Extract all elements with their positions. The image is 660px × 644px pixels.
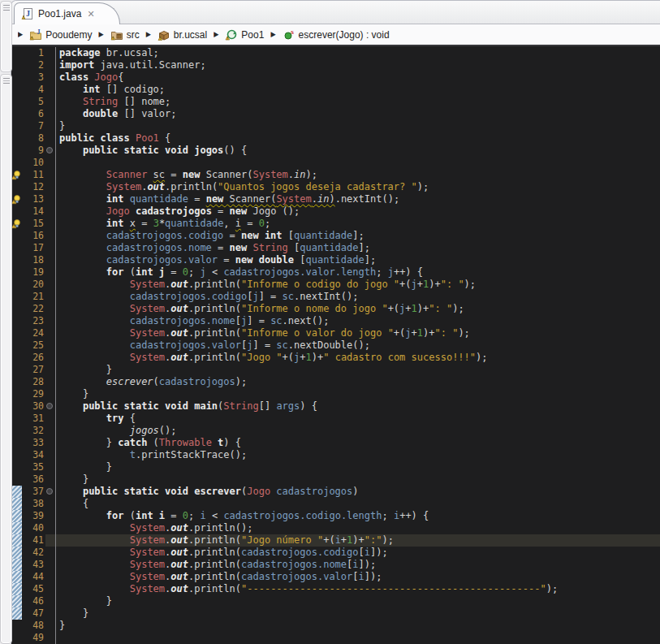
- annotation-ruler-cell[interactable]: [11, 327, 22, 339]
- code-line[interactable]: System.out.println("Informe o valor do j…: [56, 327, 660, 339]
- code-line[interactable]: double [] valor;: [56, 108, 660, 120]
- code-line[interactable]: }: [56, 473, 660, 486]
- line-number[interactable]: 13: [22, 193, 45, 205]
- breadcrumb-item-src[interactable]: ! src: [109, 28, 141, 42]
- line-number[interactable]: 8: [22, 132, 45, 145]
- annotation-ruler-cell[interactable]: [11, 449, 22, 461]
- line-number[interactable]: 29: [22, 388, 45, 400]
- annotation-ruler-cell[interactable]: [11, 339, 22, 352]
- line-number[interactable]: 38: [22, 498, 45, 510]
- code-line[interactable]: cadastrojogos.nome = new String [quantid…: [56, 242, 660, 254]
- line-number[interactable]: 6: [22, 108, 45, 120]
- annotation-ruler-cell[interactable]: [11, 486, 22, 498]
- code-line[interactable]: }: [56, 364, 660, 376]
- code-line[interactable]: }: [56, 120, 660, 132]
- line-number[interactable]: 45: [22, 583, 45, 595]
- annotation-ruler-cell[interactable]: [11, 96, 22, 108]
- code-line[interactable]: public class Poo1 {: [56, 132, 660, 145]
- code-line[interactable]: for (int i = 0; i < cadastrojogos.codigo…: [56, 510, 660, 522]
- code-line[interactable]: System.out.println("Informe o codigo do …: [56, 279, 660, 291]
- annotation-ruler-cell[interactable]: [11, 315, 22, 327]
- line-number[interactable]: 1: [22, 47, 45, 59]
- line-number[interactable]: 12: [22, 181, 45, 193]
- annotation-ruler-cell[interactable]: [11, 71, 22, 84]
- line-number[interactable]: 30: [22, 400, 45, 413]
- annotation-ruler-cell[interactable]: [11, 181, 22, 193]
- code-line[interactable]: System.out.println(cadastrojogos.codigo[…: [56, 547, 660, 559]
- line-number[interactable]: 19: [22, 266, 45, 279]
- line-number[interactable]: 28: [22, 376, 45, 388]
- annotation-ruler-cell[interactable]: [11, 473, 22, 486]
- line-number[interactable]: 15: [22, 218, 45, 230]
- code-line[interactable]: String [] nome;: [56, 96, 660, 108]
- code-line[interactable]: System.out.println("Jogo "+(j+1)+" cadas…: [56, 352, 660, 364]
- annotation-ruler-cell[interactable]: [11, 108, 22, 120]
- line-number[interactable]: 32: [22, 425, 45, 437]
- code-line[interactable]: }: [56, 607, 660, 620]
- code-line[interactable]: public static void main(String[] args) {: [56, 400, 660, 413]
- annotation-ruler-cell[interactable]: [11, 632, 22, 644]
- code-editor[interactable]: 1package br.ucsal;2import java.util.Scan…: [11, 46, 660, 644]
- line-number[interactable]: 39: [22, 510, 45, 522]
- line-number[interactable]: 3: [22, 71, 45, 84]
- line-number[interactable]: 40: [22, 522, 45, 534]
- code-line[interactable]: } catch (Throwable t) {: [56, 437, 660, 449]
- annotation-ruler-cell[interactable]: [11, 230, 22, 242]
- code-line[interactable]: cadastrojogos.codigo = new int [quantida…: [56, 230, 660, 242]
- code-line[interactable]: class Jogo{: [56, 71, 660, 84]
- line-number[interactable]: 11: [22, 169, 45, 181]
- line-number[interactable]: 22: [22, 303, 45, 315]
- line-number[interactable]: 27: [22, 364, 45, 376]
- annotation-ruler-cell[interactable]: [11, 254, 22, 266]
- code-line[interactable]: }: [56, 461, 660, 473]
- annotation-ruler-cell[interactable]: [11, 47, 22, 59]
- annotation-ruler-cell[interactable]: [11, 607, 22, 620]
- line-number[interactable]: 14: [22, 205, 45, 218]
- line-number[interactable]: 49: [22, 632, 45, 644]
- code-line[interactable]: public static void escrever(Jogo cadastr…: [56, 486, 660, 498]
- annotation-ruler-cell[interactable]: [11, 266, 22, 279]
- code-line[interactable]: }: [56, 595, 660, 607]
- line-number[interactable]: 37: [22, 486, 45, 498]
- line-number[interactable]: 18: [22, 254, 45, 266]
- annotation-ruler-cell[interactable]: [11, 303, 22, 315]
- line-number[interactable]: 5: [22, 96, 45, 108]
- code-line[interactable]: cadastrojogos.valor = new double [quanti…: [56, 254, 660, 266]
- line-number[interactable]: 20: [22, 279, 45, 291]
- code-line[interactable]: System.out.println("Informe o nome do jo…: [56, 303, 660, 315]
- line-number[interactable]: 46: [22, 595, 45, 607]
- annotation-ruler-cell[interactable]: [11, 242, 22, 254]
- code-line[interactable]: cadastrojogos.nome[j] = sc.next();: [56, 315, 660, 327]
- tab-poo1-java[interactable]: J ! Poo1.java ✕: [14, 2, 120, 24]
- annotation-ruler-cell[interactable]: [11, 534, 22, 547]
- annotation-ruler-cell[interactable]: [11, 388, 22, 400]
- annotation-ruler-cell[interactable]: [11, 620, 22, 632]
- breadcrumb-item-package[interactable]: ! br.ucsal: [156, 28, 209, 42]
- annotation-ruler-cell[interactable]: [11, 205, 22, 218]
- line-number[interactable]: 21: [22, 291, 45, 303]
- line-number[interactable]: 47: [22, 607, 45, 620]
- annotation-ruler-cell[interactable]: [11, 376, 22, 388]
- fold-marker-icon[interactable]: [46, 403, 53, 409]
- annotation-ruler-cell[interactable]: [11, 352, 22, 364]
- line-number[interactable]: 43: [22, 559, 45, 571]
- line-number[interactable]: 4: [22, 84, 45, 96]
- code-line[interactable]: for (int j = 0; j < cadastrojogos.valor.…: [56, 266, 660, 279]
- annotation-ruler-cell[interactable]: [11, 559, 22, 571]
- code-line[interactable]: int x = 3*quantidade, i = 0;: [56, 218, 660, 230]
- annotation-ruler-cell[interactable]: [11, 364, 22, 376]
- fold-marker-icon[interactable]: [46, 147, 53, 153]
- line-number[interactable]: 33: [22, 437, 45, 449]
- annotation-ruler-cell[interactable]: [11, 413, 22, 425]
- code-line[interactable]: package br.ucsal;: [56, 47, 660, 59]
- annotation-ruler-cell[interactable]: [11, 510, 22, 522]
- code-line[interactable]: Scanner sc = new Scanner(System.in);: [56, 169, 660, 181]
- code-line[interactable]: t.printStackTrace();: [56, 449, 660, 461]
- code-line[interactable]: System.out.println(cadastrojogos.nome[i]…: [56, 559, 660, 571]
- annotation-ruler-cell[interactable]: [11, 132, 22, 145]
- code-line[interactable]: public static void jogos() {: [56, 145, 660, 157]
- annotation-ruler-cell[interactable]: [11, 279, 22, 291]
- line-number[interactable]: 36: [22, 473, 45, 486]
- annotation-ruler-cell[interactable]: [11, 583, 22, 595]
- annotation-ruler-cell[interactable]: [11, 145, 22, 157]
